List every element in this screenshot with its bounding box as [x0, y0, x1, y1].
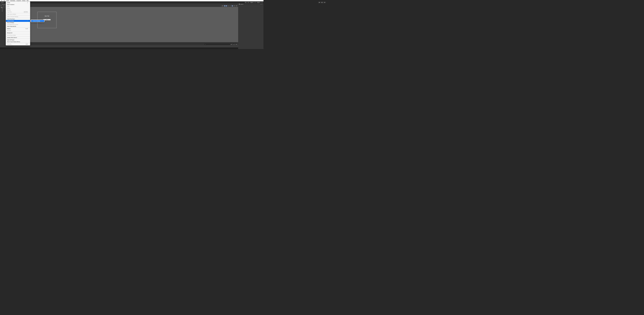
inspector-tab-label: Inspector: [240, 4, 244, 5]
menu-item-label: Select Dependencies: [7, 26, 16, 27]
menu-window[interactable]: Window: [22, 0, 26, 1]
camera-dropdown[interactable]: [234, 5, 236, 6]
menu-item-rename: Rename: [6, 9, 30, 11]
project-search[interactable]: [204, 44, 230, 45]
center-column: ulator ⋮ 2D New Text Button: [14, 4, 238, 48]
svg-point-15: [234, 44, 234, 45]
shading-icon: [222, 5, 223, 6]
fx-dropdown[interactable]: [229, 5, 231, 6]
menubar: File Edit Assets GameObject Component Wi…: [0, 0, 264, 1]
chevron-down-icon: [235, 6, 235, 6]
create-dropdown[interactable]: [0, 5, 2, 6]
menu-item-label: Import New Asset...: [7, 18, 16, 20]
svg-point-13: [231, 44, 232, 44]
menu-item-import-package[interactable]: Import Package: [6, 20, 30, 22]
menu-item-label: Import Package: [7, 20, 14, 21]
svg-point-0: [1, 2, 2, 2]
audio-toggle[interactable]: [228, 5, 229, 6]
console-bar: Clear C 0 0 0: [14, 44, 238, 45]
inspector-content: [238, 5, 264, 49]
menu-assets[interactable]: Assets: [6, 0, 10, 1]
scene-view[interactable]: New Text Button: [14, 7, 238, 42]
menu-item-view-in-import-activity-window[interactable]: View in Import Activity Window: [6, 41, 30, 42]
menu-shortcut: Alt+Ctrl+C: [24, 12, 28, 12]
history-icon: [245, 2, 246, 3]
svg-rect-8: [234, 6, 234, 6]
search-button[interactable]: [247, 2, 250, 3]
menu-item-label: Update UXML Schema: [7, 37, 17, 38]
menu-item-label: Create: [7, 2, 10, 3]
eye-off-icon: [232, 6, 233, 6]
account-button[interactable]: TP: [0, 2, 4, 3]
layout-label: Layout: [257, 2, 260, 3]
inspector-tab[interactable]: Inspector ⋮: [238, 4, 264, 5]
panel-menu-icon[interactable]: ⋮: [237, 4, 238, 5]
layers-label: Layers: [250, 2, 253, 3]
plus-icon: [1, 6, 1, 6]
menu-item-label: Show in Explorer: [7, 4, 14, 5]
info-count[interactable]: 0: [230, 44, 233, 45]
menu-item-label: Open: [7, 6, 10, 7]
chevron-down-icon: [230, 6, 231, 6]
menu-item-label: View in Package Manager: [7, 16, 18, 17]
menu-item-refresh[interactable]: RefreshCtrl+R: [6, 28, 30, 30]
menu-item-show-in-explorer[interactable]: Show in Explorer: [6, 4, 30, 6]
menu-item-reimport-all[interactable]: Reimport All: [6, 32, 30, 34]
menu-item-open-c-project[interactable]: Open C# Project: [6, 39, 30, 41]
menu-item-open-scene-additive: Open Scene Additive: [6, 14, 30, 15]
menu-item-import-new-asset[interactable]: Import New Asset...: [6, 18, 30, 20]
menu-item-label: View in Import Activity Window: [7, 41, 20, 42]
scene-tab[interactable]: ulator ⋮: [14, 4, 238, 5]
2d-toggle[interactable]: 2D: [224, 5, 226, 6]
menu-item-delete: Delete: [6, 8, 30, 9]
menu-edit[interactable]: Edit: [3, 0, 6, 1]
layout-dropdown[interactable]: Layout: [257, 2, 263, 3]
toolbar: TP Layers Layout: [0, 1, 264, 4]
svg-rect-22: [261, 4, 261, 4]
info-icon: [231, 44, 232, 45]
menu-gameobject[interactable]: GameObject: [10, 0, 16, 1]
error-count[interactable]: 0: [236, 44, 238, 45]
undo-history-button[interactable]: [244, 2, 247, 3]
visibility-toggle[interactable]: [232, 5, 233, 6]
project-content[interactable]: [14, 45, 238, 48]
layers-dropdown[interactable]: Layers: [250, 2, 256, 3]
menu-item-select-dependencies[interactable]: Select Dependencies: [6, 26, 30, 27]
panel-menu-icon[interactable]: ⋮: [237, 42, 238, 43]
cube-icon: [2, 10, 3, 10]
audio-icon: [228, 6, 229, 6]
menu-item-label: Refresh: [7, 28, 10, 29]
svg-point-5: [3, 6, 3, 6]
chevron-down-icon: [237, 6, 238, 6]
chevron-down-icon: [2, 6, 2, 6]
gizmos-dropdown[interactable]: [236, 5, 238, 6]
menu-file[interactable]: File: [0, 0, 3, 1]
lighting-toggle[interactable]: [226, 5, 227, 6]
project-tab[interactable]: Project ⋮: [14, 42, 238, 44]
expand-icon[interactable]: [1, 8, 1, 8]
menu-item-copy-path: Copy PathAlt+Ctrl+C: [6, 11, 30, 13]
lock-icon[interactable]: [260, 4, 262, 5]
menu-item-label: Export Package...: [7, 22, 14, 23]
chevron-right-icon: [28, 2, 28, 3]
menu-item-custom-package[interactable]: Custom Package...: [31, 20, 44, 22]
menu-item-export-package[interactable]: Export Package...: [6, 22, 30, 24]
menu-help[interactable]: Help: [26, 0, 29, 1]
menu-item-create[interactable]: Create: [6, 2, 30, 4]
unity-icon: [1, 7, 2, 8]
menu-item-label: Reimport All: [7, 32, 12, 34]
cube-icon: [2, 8, 3, 9]
inspector-panel: Inspector ⋮: [238, 4, 264, 48]
status-bar: [0, 48, 264, 49]
menu-item-label: Open Scene Additive: [7, 14, 16, 15]
fx-icon: [230, 6, 230, 6]
menu-item-extract-from-prefab: Extract From Prefab: [6, 34, 30, 36]
menu-item-update-uxml-schema[interactable]: Update UXML Schema: [6, 36, 30, 38]
search-icon: [248, 2, 249, 3]
panel-menu-icon[interactable]: ⋮: [262, 4, 263, 5]
draw-mode-button[interactable]: [222, 5, 224, 6]
warn-count[interactable]: 0: [233, 44, 235, 45]
hierarchy-tab-label: Hierarchy: [2, 4, 5, 5]
scene-text-object[interactable]: New Text: [44, 16, 49, 16]
menu-component[interactable]: Component: [16, 0, 22, 1]
